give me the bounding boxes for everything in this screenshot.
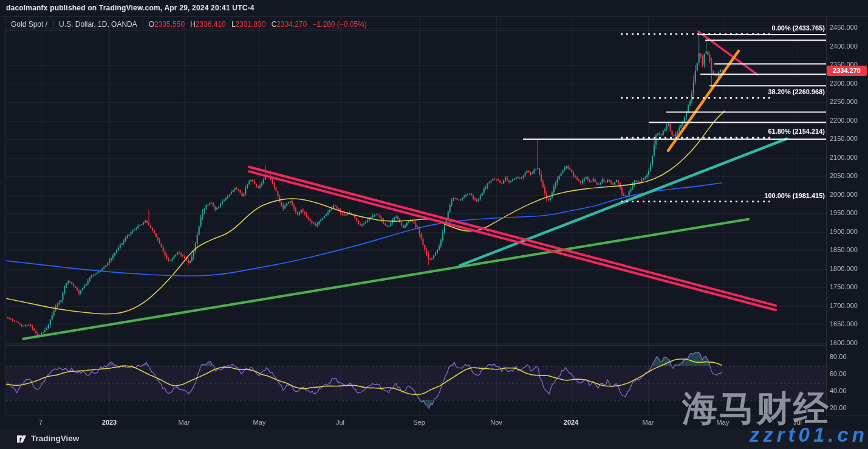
price-scale-label: 2000.000: [830, 191, 858, 198]
tradingview-logo-icon: [16, 433, 27, 444]
time-scale-label: Mar: [179, 419, 190, 426]
chart-legend[interactable]: Gold Spot /U.S. Dollar, 1D, OANDAO2335.5…: [11, 20, 367, 29]
ohlc-value: 2331.830: [236, 20, 266, 29]
price-scale-label: 1650.000: [830, 320, 858, 327]
time-scale-label: 2023: [102, 419, 117, 426]
time-scale-label: 7: [39, 419, 43, 426]
symbol-details: U.S. Dollar, 1D, OANDA: [59, 20, 137, 29]
ohlc-value: 2335.550: [154, 20, 185, 29]
price-scale-label: 1750.000: [830, 283, 858, 290]
rsi-scale-label: 40.00: [830, 387, 847, 394]
tradingview-published-chart: dacolmanfx published on TradingView.com,…: [0, 0, 868, 449]
time-scale-label: 2024: [564, 419, 578, 426]
rsi-scale-label: 20.00: [830, 404, 847, 411]
price-scale-label: 1600.000: [830, 339, 858, 346]
ohlc-key: H: [190, 20, 196, 29]
change-value: −1.280 (−0.05%): [312, 20, 366, 29]
tradingview-brand-label: TradingView: [31, 434, 79, 443]
price-scale-label: 2050.000: [830, 172, 858, 179]
ohlc-key: L: [231, 20, 236, 29]
fib-level-label: 100.00% (1981.415): [764, 192, 825, 199]
price-scale-label: 2100.000: [830, 154, 858, 161]
last-price-tag: 2334.270: [827, 66, 867, 76]
price-scale-label: 1850.000: [830, 246, 858, 253]
price-scale-label: 2400.000: [830, 43, 858, 50]
ohlc-key: C: [272, 20, 277, 29]
time-scale-label: May: [253, 419, 266, 426]
ohlc-value: 2334.270: [276, 20, 307, 29]
rsi-scale-label: 80.00: [830, 353, 847, 360]
attribution-text: dacolmanfx published on TradingView.com,…: [6, 4, 255, 12]
legend-divider: [53, 20, 53, 28]
ohlc-value: 2336.410: [196, 20, 226, 29]
price-scale-label: 1800.000: [830, 265, 858, 272]
legend-divider: [143, 20, 143, 28]
price-scale-label: 2450.000: [830, 24, 858, 31]
symbol-name[interactable]: Gold Spot /: [11, 20, 47, 29]
time-scale-label: Nov: [490, 419, 502, 426]
time-scale-label: Mar: [643, 419, 654, 426]
time-scale-label: Sep: [413, 419, 425, 426]
fib-level-label: 0.00% (2433.765): [772, 24, 825, 32]
tradingview-brand-link[interactable]: TradingView: [16, 433, 79, 444]
ohlc-values: O2335.550H2336.410L2331.830C2334.270: [149, 20, 313, 29]
watermark-url: zzrt01.cn: [750, 423, 868, 447]
fib-level-label: 38.20% (2260.968): [768, 88, 825, 95]
price-scale-label: 1700.000: [830, 302, 858, 309]
price-scale-label: 2200.000: [830, 117, 858, 124]
chart-canvas[interactable]: [0, 0, 868, 449]
time-scale-label: Jul: [336, 419, 344, 426]
price-scale-label: 2150.000: [830, 135, 858, 142]
price-scale-label: 2250.000: [830, 98, 858, 105]
rsi-scale-label: 60.00: [830, 370, 847, 377]
price-scale-label: 1900.000: [830, 228, 858, 235]
price-scale-label: 1950.000: [830, 209, 858, 216]
fib-level-label: 61.80% (2154.214): [768, 128, 825, 135]
price-scale-label: 2300.000: [830, 80, 858, 87]
ohlc-key: O: [149, 20, 154, 29]
